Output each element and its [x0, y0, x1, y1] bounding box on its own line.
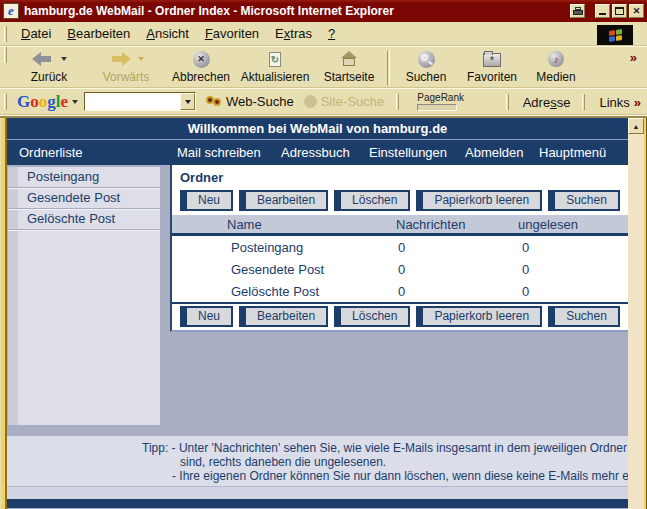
action-button-row-bottom: Neu Bearbeiten Löschen Papierkorb leeren… [180, 306, 628, 327]
favorites-button[interactable]: * Favoriten [458, 47, 526, 87]
google-menu-caret-icon[interactable] [72, 100, 78, 104]
nav-abmelden[interactable]: Abmelden [465, 145, 524, 160]
maximize-icon [615, 7, 624, 15]
tip-band: Tipp: - Unter 'Nachrichten' sehen Sie, w… [7, 436, 628, 486]
back-dropdown-icon[interactable] [61, 57, 67, 61]
tip-line: - Ihre eigenen Ordner können Sie nur dan… [172, 469, 628, 483]
menu-datei[interactable]: Datei [13, 24, 59, 43]
print-button[interactable] [570, 4, 585, 18]
scroll-up-button[interactable]: ▲ [628, 118, 644, 134]
toolbar-gripper[interactable] [506, 94, 509, 110]
title-bar: e hamburg.de WebMail - Ordner Index - Mi… [0, 0, 647, 22]
folder-link[interactable]: Gesendete Post [231, 262, 324, 277]
tip-line: Tipp: - Unter 'Nachrichten' sehen Sie, w… [142, 441, 628, 455]
pagerank-indicator: PageRank [417, 93, 464, 111]
media-button[interactable]: ♪ Medien [526, 47, 586, 87]
loeschen-button[interactable]: Löschen [339, 306, 410, 327]
footer-bar [7, 499, 628, 508]
neu-button[interactable]: Neu [185, 306, 233, 327]
minimize-icon [599, 13, 606, 15]
table-row: Posteingang 0 0 [172, 236, 628, 258]
action-button-row-top: Neu Bearbeiten Löschen Papierkorb leeren… [180, 190, 628, 211]
minimize-button[interactable] [595, 4, 610, 18]
menu-help[interactable]: ? [320, 24, 343, 43]
table-row: Gesendete Post 0 0 [172, 258, 628, 280]
webmail-page: Willkommen bei WebMail von hamburg.de Or… [7, 118, 628, 509]
back-button[interactable]: Zurück [13, 47, 85, 87]
links-chevron-icon[interactable]: » [634, 95, 641, 110]
menu-ansicht[interactable]: Ansicht [138, 24, 197, 43]
links-bar-label[interactable]: Links [591, 95, 631, 110]
lower-strip [7, 486, 628, 499]
web-search-button[interactable]: Web-Suche [206, 94, 294, 109]
vertical-scrollbar[interactable]: ▲ [628, 118, 644, 509]
papierkorb-leeren-button[interactable]: Papierkorb leeren [421, 306, 542, 327]
windows-flag-icon [609, 29, 622, 42]
google-search-box[interactable] [84, 92, 196, 111]
menu-extras[interactable]: Extras [267, 24, 320, 43]
refresh-button[interactable]: ↻ Aktualisieren [235, 47, 315, 87]
neu-button[interactable]: Neu [185, 190, 233, 211]
sidebar-title: Ordnerliste [19, 145, 83, 160]
media-icon: ♪ [548, 51, 564, 67]
chevron-down-icon [185, 100, 191, 104]
page-left-border [0, 118, 7, 509]
toolbar-separator [387, 51, 390, 85]
folder-link[interactable]: Posteingang [231, 240, 303, 255]
address-bar-label[interactable]: Adresse [515, 95, 579, 110]
pagerank-bar [417, 104, 457, 111]
toolbar-gripper[interactable] [4, 26, 7, 42]
table-row: Gelöschte Post 0 0 [172, 280, 628, 302]
page-title: Willkommen bei WebMail von hamburg.de [7, 118, 628, 140]
forward-icon [109, 52, 131, 66]
nav-hauptmenu[interactable]: Hauptmenü [539, 145, 606, 160]
table-bottom-border [172, 302, 628, 304]
toolbar-gripper[interactable] [582, 94, 585, 110]
menu-bar: Datei Bearbeiten Ansicht Favoriten Extra… [0, 22, 647, 46]
toolbar-gripper[interactable] [4, 94, 7, 110]
windows-brand-logo [597, 25, 633, 45]
tip-line: sind, rechts daneben die ungelesenen. [180, 455, 386, 469]
webmail-body: Posteingang Gesendete Post Gelöschte Pos… [7, 165, 628, 508]
bearbeiten-button[interactable]: Bearbeiten [244, 306, 328, 327]
folder-sidebar: Posteingang Gesendete Post Gelöschte Pos… [8, 167, 160, 425]
google-toolbar: Google Web-Suche Site-Suche PageRank Adr… [0, 88, 647, 114]
home-icon [340, 51, 358, 67]
suchen-button[interactable]: Suchen [553, 190, 620, 211]
suchen-button[interactable]: Suchen [553, 306, 620, 327]
toolbar-gripper[interactable] [4, 47, 7, 63]
nav-adressbuch[interactable]: Adressbuch [281, 145, 350, 160]
papierkorb-leeren-button[interactable]: Papierkorb leeren [421, 190, 542, 211]
forward-button: Vorwärts [85, 47, 167, 87]
webmail-nav-bar: Ordnerliste Mail schreiben Adressbuch Ei… [7, 140, 628, 165]
folder-link[interactable]: Gelöschte Post [231, 284, 319, 299]
refresh-icon: ↻ [269, 52, 281, 67]
home-button[interactable]: Startseite [315, 47, 383, 87]
nav-einstellungen[interactable]: Einstellungen [369, 145, 447, 160]
forward-dropdown-icon [138, 57, 144, 61]
search-dropdown-button[interactable] [180, 93, 195, 110]
bearbeiten-button[interactable]: Bearbeiten [244, 190, 328, 211]
nav-mail-schreiben[interactable]: Mail schreiben [177, 145, 261, 160]
maximize-button[interactable] [612, 4, 627, 18]
google-search-input[interactable] [85, 94, 180, 109]
table-header-row: Name Nachrichten ungelesen [172, 215, 628, 236]
sidebar-item-gesendete-post[interactable]: Gesendete Post [8, 188, 160, 209]
search-button[interactable]: Suchen [394, 47, 458, 87]
close-button[interactable]: ✕ [629, 4, 644, 18]
search-icon [418, 51, 435, 68]
favorites-icon: * [483, 53, 501, 67]
sidebar-item-geloeschte-post[interactable]: Gelöschte Post [8, 209, 160, 230]
sidebar-item-posteingang[interactable]: Posteingang [8, 167, 160, 188]
toolbar-overflow-chevron-icon[interactable]: » [630, 50, 637, 65]
loeschen-button[interactable]: Löschen [339, 190, 410, 211]
window-title: hamburg.de WebMail - Ordner Index - Micr… [24, 4, 568, 18]
browser-window: e hamburg.de WebMail - Ordner Index - Mi… [0, 0, 647, 509]
close-icon: ✕ [633, 6, 641, 16]
toolbar-separator [396, 94, 399, 110]
google-logo[interactable]: Google [17, 92, 68, 112]
menu-bearbeiten[interactable]: Bearbeiten [59, 24, 138, 43]
section-title: Ordner [180, 170, 628, 185]
stop-button[interactable]: ✕ Abbrechen [167, 47, 235, 87]
menu-favoriten[interactable]: Favoriten [197, 24, 267, 43]
